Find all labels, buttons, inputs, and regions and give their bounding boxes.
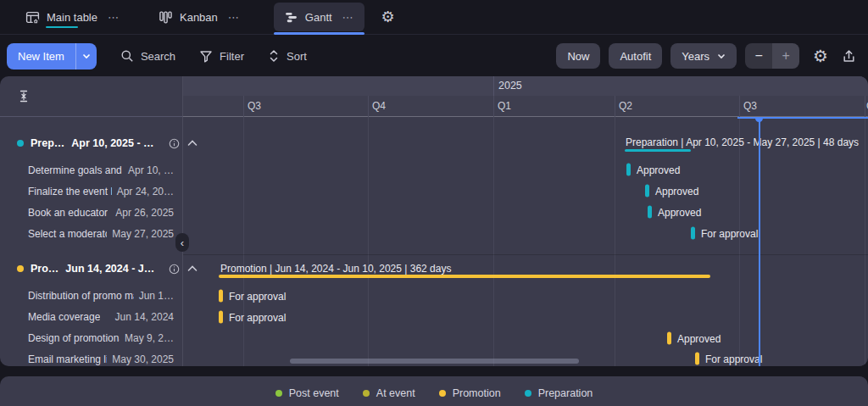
- tab-label: Main table: [47, 11, 97, 24]
- search-icon: [120, 49, 134, 63]
- gridline: [493, 117, 494, 366]
- table-home-icon: [25, 10, 40, 25]
- new-item-button[interactable]: New Item: [7, 43, 97, 70]
- chevron-down-icon: [717, 53, 726, 59]
- timeline-quarter-row: Q3 Q4 Q1 Q2 Q3 Q4: [183, 96, 868, 117]
- gridline: [865, 117, 865, 366]
- gridline: [368, 117, 369, 366]
- task-date: Jun 1…: [139, 290, 174, 302]
- gantt-settings-gear-icon[interactable]: ⚙: [813, 47, 828, 64]
- group-separator: [183, 254, 868, 255]
- bar-pill[interactable]: [667, 332, 671, 345]
- tab-menu-icon[interactable]: ⋯: [228, 11, 240, 24]
- collapse-all-icon[interactable]: [17, 89, 31, 103]
- legend-label: Preparation: [538, 387, 593, 399]
- autofit-button[interactable]: Autofit: [609, 43, 662, 69]
- quarter-divider: [368, 96, 369, 117]
- export-icon[interactable]: [842, 49, 856, 64]
- horizontal-scrollbar[interactable]: [290, 359, 579, 364]
- tab-main-table[interactable]: Main table ⋯: [20, 3, 125, 31]
- task-bar[interactable]: For approval: [219, 290, 286, 303]
- zoom-level-dropdown[interactable]: Years: [670, 43, 737, 69]
- task-date: Apr 26, 2025: [115, 207, 174, 219]
- app-window: Main table ⋯ Kanban ⋯: [0, 0, 868, 406]
- bar-pill[interactable]: [645, 185, 649, 197]
- group-summary-preparation[interactable]: Preparation | Apr 10, 2025 - May 27, 202…: [626, 136, 859, 148]
- sort-label: Sort: [287, 50, 307, 63]
- collapse-group-chevron-icon[interactable]: [187, 140, 198, 147]
- group-bar-preparation[interactable]: [625, 149, 691, 152]
- group-name: Pro…: [31, 263, 58, 275]
- bar-pill[interactable]: [219, 290, 223, 303]
- zoom-out-button[interactable]: −: [745, 43, 772, 69]
- now-line-dot[interactable]: [755, 117, 763, 122]
- task-name: Select a moderator: [28, 228, 107, 240]
- task-row[interactable]: Design of promotional … May 9, 2…: [0, 327, 183, 348]
- gridline: [243, 117, 244, 366]
- legend-label: Promotion: [453, 387, 501, 399]
- tab-menu-icon[interactable]: ⋯: [108, 11, 120, 24]
- task-bar[interactable]: Approved: [667, 332, 721, 345]
- tab-gantt[interactable]: Gantt ⋯: [274, 3, 364, 31]
- sidebar-collapse-handle[interactable]: ‹: [175, 233, 189, 252]
- bar-pill[interactable]: [648, 206, 652, 219]
- task-row[interactable]: Distribution of promo mat… Jun 1…: [0, 285, 183, 306]
- info-icon[interactable]: [168, 263, 181, 275]
- kanban-icon: [159, 10, 173, 25]
- task-bar[interactable]: Approved: [645, 185, 698, 197]
- task-row[interactable]: Finalize the event bud… Apr 24, 20…: [0, 181, 183, 202]
- task-row[interactable]: Email marketing list May 30, 2025: [0, 348, 183, 366]
- group-row-promotion[interactable]: Pro… Jun 14, 2024 - J…: [17, 258, 177, 280]
- group-color-dot: [17, 265, 24, 272]
- views-settings-gear-icon[interactable]: ⚙: [381, 9, 395, 25]
- task-bar[interactable]: For approval: [219, 311, 286, 324]
- task-bar[interactable]: Approved: [648, 206, 701, 219]
- bar-pill[interactable]: [626, 164, 631, 176]
- legend-item-post-event: Post event: [275, 387, 339, 399]
- tab-kanban[interactable]: Kanban ⋯: [153, 3, 245, 31]
- task-name: Book an educator: [28, 207, 108, 219]
- bar-status-label: Approved: [637, 164, 680, 175]
- task-name: Finalize the event bud…: [28, 186, 112, 197]
- bar-pill[interactable]: [695, 353, 699, 365]
- now-button[interactable]: Now: [556, 43, 600, 69]
- tab-label: Gantt: [305, 11, 332, 24]
- tab-label: Kanban: [180, 11, 218, 24]
- bar-status-label: Approved: [655, 185, 698, 197]
- task-date: May 9, 2…: [125, 332, 174, 344]
- task-bar[interactable]: For approval: [695, 353, 762, 365]
- task-bar[interactable]: Approved: [626, 164, 680, 176]
- new-item-caret-icon[interactable]: [76, 53, 97, 59]
- filter-funnel-icon: [199, 50, 213, 63]
- task-row[interactable]: Determine goals and ob… Apr 10, …: [0, 159, 183, 181]
- quarter-divider: [865, 96, 865, 117]
- zoom-in-button[interactable]: +: [772, 43, 799, 69]
- collapse-group-chevron-icon[interactable]: [187, 265, 198, 272]
- group-row-preparation[interactable]: Prep… Apr 10, 2025 - …: [17, 132, 177, 154]
- bar-pill[interactable]: [691, 227, 695, 240]
- task-bar[interactable]: For approval: [691, 227, 758, 240]
- group-summary-promotion[interactable]: Promotion | Jun 14, 2024 - Jun 10, 2025 …: [220, 263, 451, 275]
- sort-button[interactable]: Sort: [268, 49, 307, 63]
- group-bar-promotion[interactable]: [219, 275, 710, 278]
- quarter-divider: [739, 96, 740, 117]
- legend-label: At event: [376, 387, 415, 399]
- tab-menu-icon[interactable]: ⋯: [342, 11, 354, 24]
- group-dates: Jun 14, 2024 - J…: [65, 263, 154, 275]
- bar-status-label: For approval: [701, 227, 758, 239]
- task-row[interactable]: Select a moderator May 27, 2025: [0, 223, 183, 244]
- search-button[interactable]: Search: [120, 49, 175, 63]
- toolbar-right-group: Now Autofit Years − + ⚙: [556, 43, 856, 69]
- bar-status-label: For approval: [705, 353, 762, 364]
- task-row[interactable]: Book an educator Apr 26, 2025: [0, 202, 183, 223]
- info-icon[interactable]: [168, 137, 181, 150]
- group-dates: Apr 10, 2025 - …: [71, 137, 153, 149]
- quarter-label: Q1: [498, 100, 511, 112]
- filter-button[interactable]: Filter: [199, 50, 244, 63]
- year-divider: [493, 76, 494, 96]
- sort-arrows-icon: [268, 49, 280, 63]
- legend-item-at-event: At event: [363, 387, 415, 399]
- task-date: May 30, 2025: [112, 353, 174, 365]
- task-row[interactable]: Media coverage Jun 14, 2024: [0, 306, 183, 327]
- bar-pill[interactable]: [219, 311, 223, 324]
